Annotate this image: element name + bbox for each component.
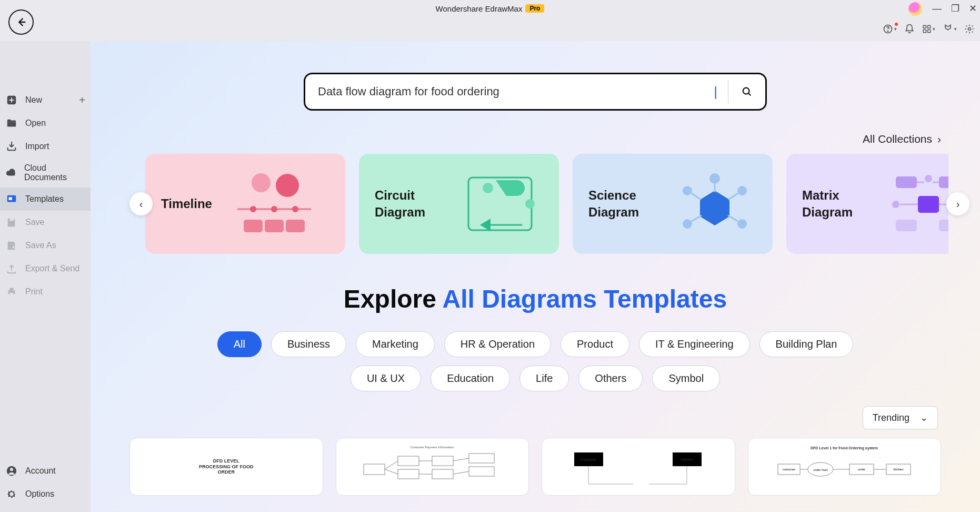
search-bar[interactable]: | <box>304 73 767 111</box>
template-card[interactable]: Customer Payment Information <box>336 438 529 496</box>
minimize-button[interactable]: — <box>932 3 942 14</box>
text-cursor: | <box>714 84 717 100</box>
window-title: Wondershare EdrawMax <box>436 4 523 13</box>
settings-icon[interactable] <box>964 24 975 34</box>
svg-point-28 <box>483 183 493 193</box>
circuit-art-icon <box>459 154 543 254</box>
sidebar-item-label: Save As <box>25 241 56 250</box>
sidebar-item-options[interactable]: Options <box>0 483 91 506</box>
svg-line-40 <box>692 215 702 221</box>
svg-rect-13 <box>9 288 13 291</box>
svg-rect-60 <box>469 454 494 463</box>
filter-pill-education[interactable]: Education <box>431 366 510 391</box>
svg-rect-14 <box>9 293 13 296</box>
user-avatar[interactable] <box>908 2 922 16</box>
folder-icon <box>5 117 18 130</box>
timeline-art-icon <box>219 154 329 254</box>
svg-rect-11 <box>9 219 13 221</box>
filter-pill-it-engineering[interactable]: IT & Engineering <box>639 331 750 357</box>
maximize-button[interactable]: ❐ <box>951 3 959 14</box>
all-collections-link[interactable]: All Collections › <box>91 111 980 145</box>
category-label: Science Diagram <box>588 187 665 221</box>
template-card[interactable]: DFD Level 1 for Food Ordering system cus… <box>748 438 942 496</box>
help-icon[interactable]: ▾ <box>883 24 897 34</box>
sidebar-item-label: Account <box>25 466 56 476</box>
svg-text:Kitchen: Kitchen <box>681 458 693 461</box>
svg-line-62 <box>385 461 398 469</box>
svg-rect-61 <box>469 467 494 476</box>
svg-text:customer: customer <box>783 468 796 471</box>
template-card[interactable]: DFD LEVEL PROCESSING OF FOOD ORDER <box>129 438 323 496</box>
explore-highlight: All Diagrams Templates <box>442 285 727 313</box>
sidebar-item-label: Export & Send <box>25 264 79 273</box>
filter-pills: All Business Marketing HR & Operation Pr… <box>91 331 980 391</box>
category-card-matrix[interactable]: Matrix Diagram <box>786 154 948 254</box>
new-plus-icon[interactable]: + <box>79 94 85 106</box>
svg-rect-44 <box>896 220 917 231</box>
all-collections-label: All Collections <box>863 133 932 145</box>
carousel-next-button[interactable]: › <box>946 192 969 215</box>
svg-point-6 <box>968 28 971 31</box>
category-carousel: ‹ › Timeline <box>91 154 980 254</box>
filter-pill-hr-operation[interactable]: HR & Operation <box>444 331 551 357</box>
sidebar-item-import[interactable]: Import <box>0 135 91 158</box>
sidebar-item-print: Print <box>0 280 91 303</box>
filter-pill-product[interactable]: Product <box>561 331 629 357</box>
svg-point-34 <box>737 219 747 229</box>
search-icon[interactable] <box>741 86 753 97</box>
filter-pill-others[interactable]: Others <box>578 366 643 391</box>
template-caption: DFD LEVEL PROCESSING OF FOOD ORDER <box>197 458 255 475</box>
category-card-timeline[interactable]: Timeline <box>145 154 345 254</box>
filter-pill-ui-ux[interactable]: UI & UX <box>351 366 421 391</box>
search-input[interactable] <box>318 85 716 99</box>
sidebar-item-account[interactable]: Account <box>0 459 91 483</box>
svg-rect-58 <box>432 456 453 466</box>
close-button[interactable]: ✕ <box>969 3 977 14</box>
svg-rect-10 <box>9 197 12 200</box>
sidebar-item-label: Save <box>25 218 44 227</box>
chevron-down-icon: ⌄ <box>920 412 928 424</box>
explore-heading: Explore All Diagrams Templates <box>91 284 980 313</box>
filter-pill-all[interactable]: All <box>217 331 262 357</box>
sort-dropdown[interactable]: Trending ⌄ <box>863 406 938 429</box>
template-card[interactable]: Customer Kitchen <box>542 438 735 496</box>
svg-rect-4 <box>923 30 926 33</box>
category-label: Matrix Diagram <box>802 187 879 221</box>
svg-rect-2 <box>923 25 926 28</box>
sidebar-item-export-send: Export & Send <box>0 257 91 280</box>
sidebar-item-new[interactable]: New + <box>0 88 91 112</box>
carousel-prev-button[interactable]: ‹ <box>129 192 153 215</box>
filter-pill-life[interactable]: Life <box>519 366 569 391</box>
svg-rect-5 <box>928 30 931 33</box>
template-thumb: Customer Kitchen <box>565 443 712 490</box>
sidebar-item-save: Save <box>0 211 91 234</box>
theme-icon[interactable]: ▾ <box>943 24 957 34</box>
sidebar-item-save-as: Save As <box>0 234 91 257</box>
svg-point-21 <box>292 206 298 212</box>
category-card-science[interactable]: Science Diagram <box>573 154 773 254</box>
category-card-circuit[interactable]: Circuit Diagram <box>359 154 559 254</box>
filter-pill-marketing[interactable]: Marketing <box>356 331 435 357</box>
apps-icon[interactable]: ▾ <box>922 24 935 34</box>
category-label: Timeline <box>161 195 212 212</box>
svg-line-41 <box>692 193 701 200</box>
svg-point-1 <box>887 31 888 32</box>
svg-line-39 <box>728 215 738 221</box>
back-button[interactable] <box>8 9 34 35</box>
filter-pill-symbol[interactable]: Symbol <box>652 366 720 391</box>
sidebar: New + Open Import Cloud Documents Templa… <box>0 41 91 512</box>
sidebar-item-cloud-documents[interactable]: Cloud Documents <box>0 158 91 188</box>
svg-point-19 <box>250 206 256 212</box>
notifications-icon[interactable] <box>904 24 915 34</box>
svg-point-32 <box>709 173 720 184</box>
explore-prefix: Explore <box>344 285 443 313</box>
sidebar-item-open[interactable]: Open <box>0 112 91 135</box>
titlebar: Wondershare EdrawMax Pro — ❐ ✕ <box>0 0 980 17</box>
svg-line-38 <box>728 193 738 200</box>
save-icon <box>5 216 18 229</box>
svg-point-36 <box>683 186 692 195</box>
filter-pill-business[interactable]: Business <box>271 331 346 357</box>
sidebar-item-templates[interactable]: Templates <box>0 188 91 211</box>
filter-pill-building-plan[interactable]: Building Plan <box>759 331 854 357</box>
svg-text:Customer Payment Information: Customer Payment Information <box>411 446 454 449</box>
